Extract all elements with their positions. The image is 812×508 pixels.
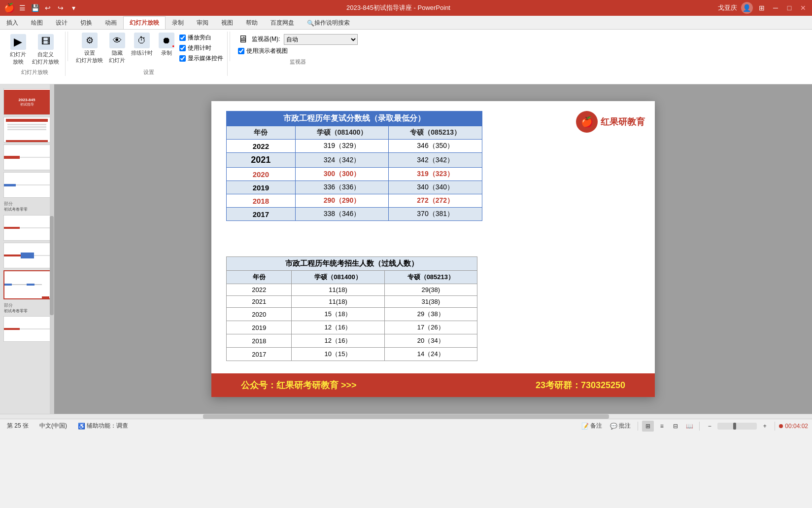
ribbon-divider-1 bbox=[68, 32, 68, 61]
statusbar: 第 25 张 中文(中国) ♿ 辅助功能：调查 📝 备注 💬 批注 ⊞ ≡ ⊟ … bbox=[0, 419, 812, 433]
language-indicator[interactable]: 中文(中国) bbox=[36, 421, 70, 431]
logo-icon: 🍎 bbox=[576, 111, 598, 133]
view-slide-sorter-button[interactable]: ⊟ bbox=[670, 421, 681, 432]
ribbon-group-label-settings: 设置 bbox=[143, 68, 154, 76]
t2-year-2019: 2019 bbox=[227, 321, 292, 334]
slide-thumb-3[interactable] bbox=[3, 145, 51, 170]
slide-thumb-5[interactable] bbox=[3, 215, 51, 241]
professional-2017: 370（381） bbox=[389, 208, 482, 221]
table1-container: 市政工程历年复试分数线（录取最低分） 年份 学硕（081400） 专硕（0852… bbox=[226, 111, 482, 221]
more-button[interactable]: ▾ bbox=[68, 2, 79, 13]
red-banner: 公众号：红果研考研教育 >>> 23考研群：730325250 bbox=[211, 373, 655, 397]
notes-button[interactable]: 📝 备注 bbox=[578, 421, 605, 431]
banner-right-text: 23考研群：730325250 bbox=[536, 379, 625, 391]
ribbon-content: ▶ 幻灯片放映 🎞 自定义幻灯片放映 幻灯片放映 ⚙ 设置幻灯片放映 bbox=[0, 30, 812, 84]
redo-button[interactable]: ↪ bbox=[55, 2, 66, 13]
notes-text: 备注 bbox=[590, 422, 602, 430]
year-2021: 2021 bbox=[227, 153, 296, 168]
record-button[interactable]: ⏺ ● 录制 bbox=[157, 32, 176, 58]
rehearse-timings-button[interactable]: ⏱ 排练计时 bbox=[129, 32, 155, 65]
slide-thumb-4[interactable] bbox=[3, 172, 51, 198]
professional-2019: 340（340） bbox=[389, 181, 482, 194]
professional-2020: 319（323） bbox=[389, 168, 482, 181]
tab-help[interactable]: 帮助 bbox=[239, 16, 264, 29]
tab-review[interactable]: 审阅 bbox=[190, 16, 215, 29]
maximize-button[interactable]: □ bbox=[784, 3, 794, 13]
t2-professional-2018: 20（34） bbox=[384, 334, 477, 348]
accessibility-text: 辅助功能：调查 bbox=[87, 422, 128, 430]
scores-table-title: 市政工程历年复试分数线（录取最低分） bbox=[227, 111, 482, 126]
view-outline-button[interactable]: ≡ bbox=[656, 421, 668, 432]
slide-thumb-7[interactable] bbox=[3, 270, 51, 299]
ribbon-group-items-settings: ⚙ 设置幻灯片放映 👁 隐藏幻灯片 ⏱ 排练计时 ⏺ bbox=[74, 32, 223, 68]
user-area: 戈亚庆 👤 ⊞ ─ □ ✕ bbox=[718, 2, 808, 14]
slide-section-text-1: 初试考卷零零 bbox=[3, 207, 51, 214]
tab-design[interactable]: 设计 bbox=[49, 16, 74, 29]
t2-col-master-header: 学硕（081400） bbox=[292, 271, 384, 284]
slide-thumb-1[interactable]: 2023-845 初试指导 bbox=[3, 88, 51, 115]
tab-record[interactable]: 录制 bbox=[166, 16, 190, 29]
t2-year-2020: 2020 bbox=[227, 308, 292, 321]
professional-2021: 342（342） bbox=[389, 153, 482, 168]
col-master-header: 学硕（081400） bbox=[295, 126, 389, 140]
setup-slideshow-button[interactable]: ⚙ 设置幻灯片放映 bbox=[74, 32, 105, 65]
tab-animation[interactable]: 动画 bbox=[99, 16, 123, 29]
zoom-in-button[interactable]: + bbox=[759, 421, 771, 432]
view-reading-button[interactable]: 📖 bbox=[683, 421, 695, 432]
slide-thumb-6[interactable] bbox=[3, 243, 51, 268]
presenter-view-checkbox[interactable]: 使用演示者视图 bbox=[238, 47, 358, 55]
show-media-controls-checkbox[interactable]: 显示媒体控件 bbox=[179, 54, 223, 63]
sidebar-scrollbar[interactable] bbox=[50, 84, 54, 414]
display-settings-icon[interactable]: ⊞ bbox=[757, 3, 767, 13]
tab-draw[interactable]: 绘图 bbox=[25, 16, 49, 29]
statusbar-divider-2 bbox=[699, 422, 700, 431]
tab-insert[interactable]: 插入 bbox=[0, 16, 25, 29]
from-beginning-button[interactable]: ▶ 幻灯片放映 bbox=[8, 33, 28, 67]
window-title: 2023-845初试指导讲座 - PowerPoint bbox=[346, 3, 450, 12]
zoom-out-button[interactable]: − bbox=[704, 421, 715, 432]
monitor-row: 🖥 监视器(M): 自动 bbox=[238, 34, 358, 45]
year-2018: 2018 bbox=[227, 194, 296, 208]
undo-button[interactable]: ↩ bbox=[42, 2, 53, 13]
logo-area: 🍎 红果研教育 bbox=[576, 111, 645, 133]
banner-left-text: 公众号：红果研考研教育 >>> bbox=[241, 379, 357, 391]
close-button[interactable]: ✕ bbox=[798, 3, 808, 13]
playback-narration-checkbox[interactable]: 播放旁白 bbox=[179, 34, 223, 42]
professional-2022: 346（350） bbox=[389, 140, 482, 153]
slide: 🍎 红果研教育 市政工程历年复试分数线（录取最低分） 年份 学硕（081400）… bbox=[211, 101, 655, 397]
view-normal-button[interactable]: ⊞ bbox=[642, 421, 654, 432]
comments-button[interactable]: 💬 批注 bbox=[607, 421, 634, 431]
menu-icon[interactable]: ☰ bbox=[17, 2, 28, 13]
use-timings-checkbox[interactable]: 使用计时 bbox=[179, 44, 223, 52]
app-logo: 🍎 bbox=[4, 2, 15, 13]
custom-slideshow-button[interactable]: 🎞 自定义幻灯片放映 bbox=[30, 33, 61, 67]
accessibility-button[interactable]: ♿ 辅助功能：调查 bbox=[75, 421, 131, 431]
save-button[interactable]: 💾 bbox=[30, 2, 40, 13]
year-2020: 2020 bbox=[227, 168, 296, 181]
tab-slideshow[interactable]: 幻灯片放映 bbox=[123, 16, 166, 29]
t2-professional-2017: 14（24） bbox=[384, 348, 477, 361]
t2-master-2021: 11(18) bbox=[292, 296, 384, 308]
user-name: 戈亚庆 bbox=[718, 3, 737, 12]
col-year-header: 年份 bbox=[227, 126, 296, 140]
hide-slide-button[interactable]: 👁 隐藏幻灯片 bbox=[107, 32, 127, 65]
notes-icon: 📝 bbox=[581, 423, 589, 430]
master-2021: 324（342） bbox=[295, 153, 389, 168]
tab-baidu[interactable]: 百度网盘 bbox=[264, 16, 301, 29]
tab-view[interactable]: 视图 bbox=[215, 16, 239, 29]
horizontal-scrollbar[interactable] bbox=[0, 414, 812, 419]
monitor-select[interactable]: 自动 bbox=[284, 34, 358, 45]
slide-thumb-2[interactable] bbox=[3, 117, 51, 143]
comments-text: 批注 bbox=[619, 422, 631, 430]
t2-year-2021: 2021 bbox=[227, 296, 292, 308]
user-avatar[interactable]: 👤 bbox=[741, 2, 753, 14]
enrollment-table-title: 市政工程历年统考招生人数（过线人数） bbox=[227, 257, 477, 271]
zoom-slider[interactable] bbox=[717, 423, 757, 430]
master-2018: 290（290） bbox=[295, 194, 389, 208]
tab-transition[interactable]: 切换 bbox=[74, 16, 99, 29]
t2-master-2018: 12（16） bbox=[292, 334, 384, 348]
t2-year-2022: 2022 bbox=[227, 284, 292, 296]
minimize-button[interactable]: ─ bbox=[771, 3, 780, 13]
slide-thumb-8[interactable] bbox=[3, 316, 51, 342]
tab-search[interactable]: 🔍 操作说明搜索 bbox=[301, 16, 356, 29]
